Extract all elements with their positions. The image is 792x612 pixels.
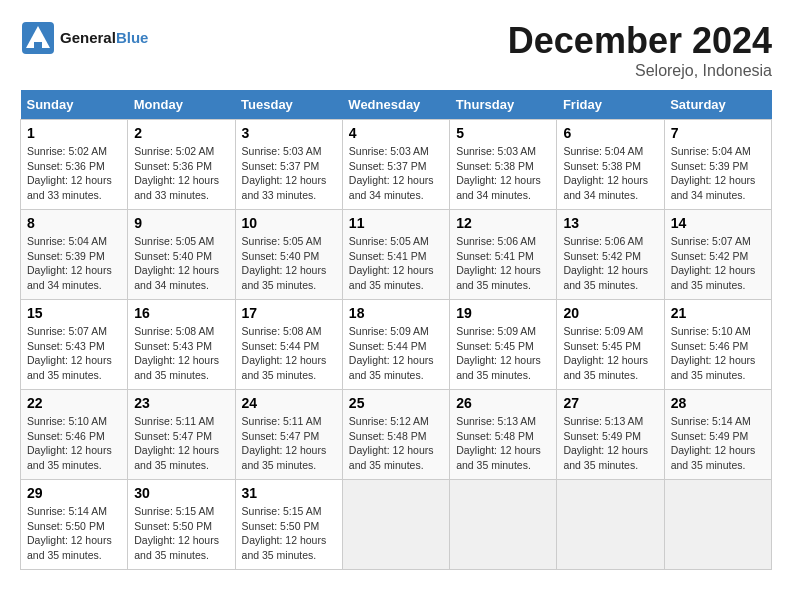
day-number: 30 bbox=[134, 485, 228, 501]
day-info: Sunrise: 5:15 AM Sunset: 5:50 PM Dayligh… bbox=[134, 504, 228, 563]
empty-cell bbox=[342, 480, 449, 570]
day-cell-19: 19Sunrise: 5:09 AM Sunset: 5:45 PM Dayli… bbox=[450, 300, 557, 390]
col-header-wednesday: Wednesday bbox=[342, 90, 449, 120]
day-info: Sunrise: 5:03 AM Sunset: 5:37 PM Dayligh… bbox=[349, 144, 443, 203]
day-number: 11 bbox=[349, 215, 443, 231]
day-number: 25 bbox=[349, 395, 443, 411]
day-cell-15: 15Sunrise: 5:07 AM Sunset: 5:43 PM Dayli… bbox=[21, 300, 128, 390]
day-info: Sunrise: 5:06 AM Sunset: 5:42 PM Dayligh… bbox=[563, 234, 657, 293]
day-number: 9 bbox=[134, 215, 228, 231]
day-cell-3: 3Sunrise: 5:03 AM Sunset: 5:37 PM Daylig… bbox=[235, 120, 342, 210]
day-cell-28: 28Sunrise: 5:14 AM Sunset: 5:49 PM Dayli… bbox=[664, 390, 771, 480]
day-number: 31 bbox=[242, 485, 336, 501]
day-info: Sunrise: 5:09 AM Sunset: 5:45 PM Dayligh… bbox=[563, 324, 657, 383]
day-number: 24 bbox=[242, 395, 336, 411]
day-cell-12: 12Sunrise: 5:06 AM Sunset: 5:41 PM Dayli… bbox=[450, 210, 557, 300]
day-cell-22: 22Sunrise: 5:10 AM Sunset: 5:46 PM Dayli… bbox=[21, 390, 128, 480]
day-cell-29: 29Sunrise: 5:14 AM Sunset: 5:50 PM Dayli… bbox=[21, 480, 128, 570]
col-header-friday: Friday bbox=[557, 90, 664, 120]
day-number: 18 bbox=[349, 305, 443, 321]
day-number: 12 bbox=[456, 215, 550, 231]
day-number: 4 bbox=[349, 125, 443, 141]
day-cell-4: 4Sunrise: 5:03 AM Sunset: 5:37 PM Daylig… bbox=[342, 120, 449, 210]
logo: GeneralBlue bbox=[20, 20, 148, 56]
day-cell-13: 13Sunrise: 5:06 AM Sunset: 5:42 PM Dayli… bbox=[557, 210, 664, 300]
day-number: 19 bbox=[456, 305, 550, 321]
day-cell-5: 5Sunrise: 5:03 AM Sunset: 5:38 PM Daylig… bbox=[450, 120, 557, 210]
day-info: Sunrise: 5:15 AM Sunset: 5:50 PM Dayligh… bbox=[242, 504, 336, 563]
day-number: 8 bbox=[27, 215, 121, 231]
day-info: Sunrise: 5:02 AM Sunset: 5:36 PM Dayligh… bbox=[134, 144, 228, 203]
day-number: 22 bbox=[27, 395, 121, 411]
day-cell-27: 27Sunrise: 5:13 AM Sunset: 5:49 PM Dayli… bbox=[557, 390, 664, 480]
header-row: SundayMondayTuesdayWednesdayThursdayFrid… bbox=[21, 90, 772, 120]
day-info: Sunrise: 5:06 AM Sunset: 5:41 PM Dayligh… bbox=[456, 234, 550, 293]
day-info: Sunrise: 5:13 AM Sunset: 5:49 PM Dayligh… bbox=[563, 414, 657, 473]
week-row-4: 22Sunrise: 5:10 AM Sunset: 5:46 PM Dayli… bbox=[21, 390, 772, 480]
day-number: 21 bbox=[671, 305, 765, 321]
logo-icon bbox=[20, 20, 56, 56]
day-info: Sunrise: 5:11 AM Sunset: 5:47 PM Dayligh… bbox=[242, 414, 336, 473]
title-block: December 2024 Selorejo, Indonesia bbox=[508, 20, 772, 80]
month-title: December 2024 bbox=[508, 20, 772, 62]
day-info: Sunrise: 5:05 AM Sunset: 5:40 PM Dayligh… bbox=[242, 234, 336, 293]
day-number: 15 bbox=[27, 305, 121, 321]
day-info: Sunrise: 5:10 AM Sunset: 5:46 PM Dayligh… bbox=[671, 324, 765, 383]
day-number: 7 bbox=[671, 125, 765, 141]
day-cell-30: 30Sunrise: 5:15 AM Sunset: 5:50 PM Dayli… bbox=[128, 480, 235, 570]
day-cell-21: 21Sunrise: 5:10 AM Sunset: 5:46 PM Dayli… bbox=[664, 300, 771, 390]
day-cell-8: 8Sunrise: 5:04 AM Sunset: 5:39 PM Daylig… bbox=[21, 210, 128, 300]
day-cell-31: 31Sunrise: 5:15 AM Sunset: 5:50 PM Dayli… bbox=[235, 480, 342, 570]
col-header-tuesday: Tuesday bbox=[235, 90, 342, 120]
col-header-saturday: Saturday bbox=[664, 90, 771, 120]
empty-cell bbox=[557, 480, 664, 570]
day-number: 16 bbox=[134, 305, 228, 321]
calendar-table: SundayMondayTuesdayWednesdayThursdayFrid… bbox=[20, 90, 772, 570]
day-cell-7: 7Sunrise: 5:04 AM Sunset: 5:39 PM Daylig… bbox=[664, 120, 771, 210]
header: GeneralBlue December 2024 Selorejo, Indo… bbox=[20, 20, 772, 80]
day-info: Sunrise: 5:05 AM Sunset: 5:40 PM Dayligh… bbox=[134, 234, 228, 293]
day-info: Sunrise: 5:04 AM Sunset: 5:39 PM Dayligh… bbox=[671, 144, 765, 203]
day-info: Sunrise: 5:08 AM Sunset: 5:43 PM Dayligh… bbox=[134, 324, 228, 383]
day-info: Sunrise: 5:05 AM Sunset: 5:41 PM Dayligh… bbox=[349, 234, 443, 293]
day-info: Sunrise: 5:09 AM Sunset: 5:44 PM Dayligh… bbox=[349, 324, 443, 383]
day-cell-25: 25Sunrise: 5:12 AM Sunset: 5:48 PM Dayli… bbox=[342, 390, 449, 480]
empty-cell bbox=[664, 480, 771, 570]
week-row-2: 8Sunrise: 5:04 AM Sunset: 5:39 PM Daylig… bbox=[21, 210, 772, 300]
day-info: Sunrise: 5:09 AM Sunset: 5:45 PM Dayligh… bbox=[456, 324, 550, 383]
day-cell-20: 20Sunrise: 5:09 AM Sunset: 5:45 PM Dayli… bbox=[557, 300, 664, 390]
day-info: Sunrise: 5:04 AM Sunset: 5:39 PM Dayligh… bbox=[27, 234, 121, 293]
week-row-3: 15Sunrise: 5:07 AM Sunset: 5:43 PM Dayli… bbox=[21, 300, 772, 390]
day-info: Sunrise: 5:02 AM Sunset: 5:36 PM Dayligh… bbox=[27, 144, 121, 203]
day-number: 28 bbox=[671, 395, 765, 411]
day-info: Sunrise: 5:07 AM Sunset: 5:43 PM Dayligh… bbox=[27, 324, 121, 383]
day-number: 17 bbox=[242, 305, 336, 321]
day-number: 2 bbox=[134, 125, 228, 141]
day-info: Sunrise: 5:13 AM Sunset: 5:48 PM Dayligh… bbox=[456, 414, 550, 473]
logo-blue: Blue bbox=[116, 29, 149, 46]
day-cell-17: 17Sunrise: 5:08 AM Sunset: 5:44 PM Dayli… bbox=[235, 300, 342, 390]
day-info: Sunrise: 5:04 AM Sunset: 5:38 PM Dayligh… bbox=[563, 144, 657, 203]
day-info: Sunrise: 5:14 AM Sunset: 5:49 PM Dayligh… bbox=[671, 414, 765, 473]
col-header-thursday: Thursday bbox=[450, 90, 557, 120]
day-info: Sunrise: 5:03 AM Sunset: 5:37 PM Dayligh… bbox=[242, 144, 336, 203]
day-cell-14: 14Sunrise: 5:07 AM Sunset: 5:42 PM Dayli… bbox=[664, 210, 771, 300]
col-header-sunday: Sunday bbox=[21, 90, 128, 120]
day-cell-6: 6Sunrise: 5:04 AM Sunset: 5:38 PM Daylig… bbox=[557, 120, 664, 210]
day-info: Sunrise: 5:03 AM Sunset: 5:38 PM Dayligh… bbox=[456, 144, 550, 203]
day-cell-26: 26Sunrise: 5:13 AM Sunset: 5:48 PM Dayli… bbox=[450, 390, 557, 480]
day-cell-2: 2Sunrise: 5:02 AM Sunset: 5:36 PM Daylig… bbox=[128, 120, 235, 210]
day-number: 3 bbox=[242, 125, 336, 141]
day-number: 26 bbox=[456, 395, 550, 411]
day-cell-9: 9Sunrise: 5:05 AM Sunset: 5:40 PM Daylig… bbox=[128, 210, 235, 300]
day-number: 10 bbox=[242, 215, 336, 231]
day-number: 14 bbox=[671, 215, 765, 231]
location-subtitle: Selorejo, Indonesia bbox=[508, 62, 772, 80]
day-info: Sunrise: 5:08 AM Sunset: 5:44 PM Dayligh… bbox=[242, 324, 336, 383]
day-number: 27 bbox=[563, 395, 657, 411]
logo-general: General bbox=[60, 29, 116, 46]
col-header-monday: Monday bbox=[128, 90, 235, 120]
week-row-5: 29Sunrise: 5:14 AM Sunset: 5:50 PM Dayli… bbox=[21, 480, 772, 570]
day-info: Sunrise: 5:14 AM Sunset: 5:50 PM Dayligh… bbox=[27, 504, 121, 563]
day-info: Sunrise: 5:12 AM Sunset: 5:48 PM Dayligh… bbox=[349, 414, 443, 473]
